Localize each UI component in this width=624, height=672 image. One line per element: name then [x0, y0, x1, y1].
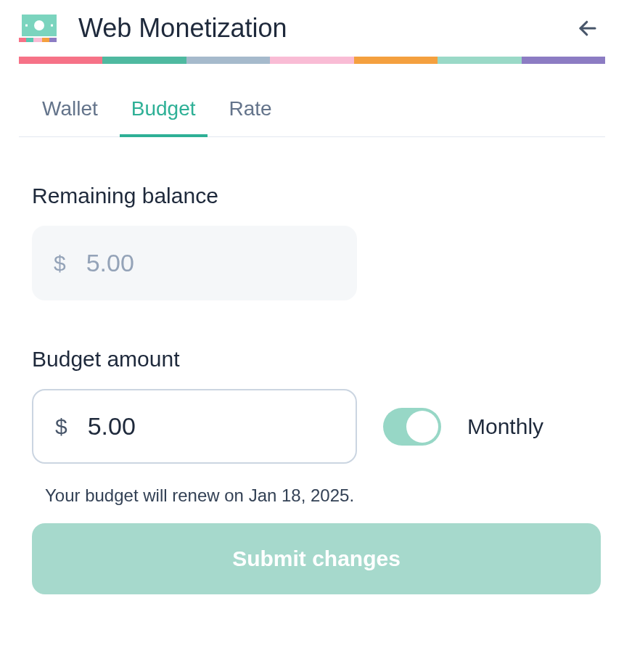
logo-stripes — [19, 38, 57, 42]
remaining-balance-box: $ 5.00 — [32, 226, 357, 300]
color-bar — [19, 57, 605, 64]
budget-row: $ Monthly — [32, 389, 605, 464]
tabs: Wallet Budget Rate — [19, 97, 605, 137]
remaining-balance-label: Remaining balance — [32, 184, 605, 208]
arrow-left-icon — [577, 17, 599, 39]
toggle-knob — [406, 411, 438, 443]
recurring-label: Monthly — [467, 414, 543, 439]
back-button[interactable] — [573, 14, 602, 43]
content: Wallet Budget Rate Remaining balance $ 5… — [0, 97, 624, 594]
app-logo — [19, 15, 57, 42]
remaining-balance-value: 5.00 — [86, 249, 134, 277]
budget-amount-section: Budget amount $ Monthly Your budget will… — [19, 347, 605, 594]
page-title: Web Monetization — [78, 13, 287, 44]
submit-changes-button[interactable]: Submit changes — [32, 523, 601, 594]
budget-amount-input[interactable] — [88, 412, 334, 441]
tab-wallet[interactable]: Wallet — [42, 97, 98, 136]
remaining-balance-section: Remaining balance $ 5.00 — [19, 184, 605, 300]
money-icon — [22, 15, 57, 36]
renewal-note: Your budget will renew on Jan 18, 2025. — [32, 485, 605, 506]
header: Web Monetization — [0, 0, 624, 57]
currency-symbol: $ — [54, 251, 66, 276]
budget-input-box[interactable]: $ — [32, 389, 357, 464]
budget-amount-label: Budget amount — [32, 347, 605, 372]
currency-symbol: $ — [55, 414, 67, 439]
header-left: Web Monetization — [19, 13, 287, 44]
tab-rate[interactable]: Rate — [229, 97, 272, 136]
tab-budget[interactable]: Budget — [131, 97, 196, 136]
recurring-toggle[interactable] — [383, 408, 441, 446]
